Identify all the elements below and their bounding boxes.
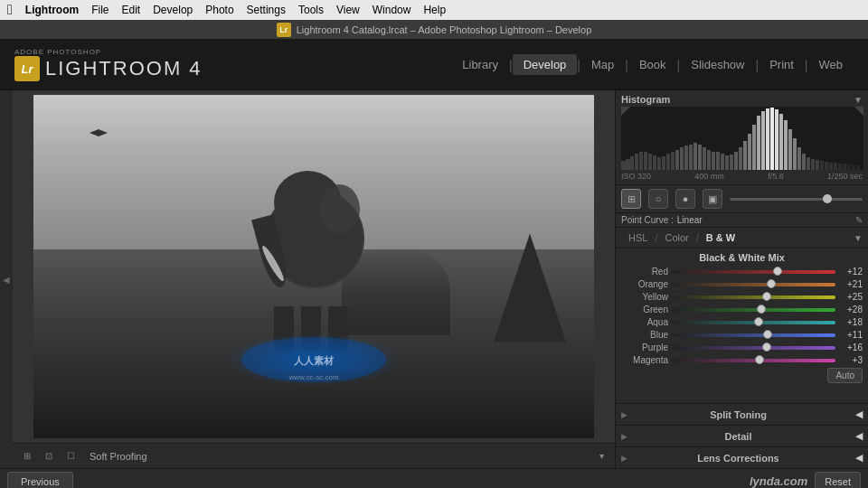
svg-rect-32	[752, 125, 756, 170]
lens-right: ◀	[844, 452, 863, 464]
right-panel: Histogram ▼	[615, 90, 868, 468]
svg-rect-16	[680, 147, 684, 170]
menu-file[interactable]: File	[91, 4, 108, 16]
svg-marker-56	[621, 107, 630, 116]
slider-orange[interactable]	[672, 283, 835, 286]
svg-rect-11	[657, 157, 661, 170]
tab-hsl[interactable]: HSL	[621, 230, 655, 245]
menu-help[interactable]: Help	[423, 4, 446, 16]
svg-rect-7	[639, 152, 643, 170]
slider-yellow[interactable]	[672, 296, 835, 299]
histogram-arrow[interactable]: ▼	[854, 95, 863, 105]
svg-rect-19	[693, 143, 697, 170]
pencil-icon[interactable]: ✎	[855, 215, 863, 225]
svg-rect-29	[739, 147, 742, 170]
tool-crop-btn[interactable]: ⊞	[621, 189, 641, 209]
point-curve-value[interactable]: Linear	[677, 215, 703, 225]
svg-rect-30	[743, 141, 747, 170]
menu-tools[interactable]: Tools	[298, 4, 324, 16]
histogram-canvas	[621, 107, 863, 170]
slider-aqua[interactable]	[672, 321, 835, 324]
auto-button[interactable]: Auto	[827, 368, 863, 383]
apple-menu[interactable]: 	[7, 2, 13, 18]
svg-rect-33	[757, 116, 760, 170]
slider-green[interactable]	[672, 308, 835, 312]
svg-rect-31	[748, 134, 751, 170]
svg-rect-25	[721, 154, 724, 170]
tool-slider[interactable]	[730, 198, 863, 201]
slider-row-green: Green +28	[621, 305, 863, 314]
svg-rect-23	[712, 152, 715, 170]
slider-blue[interactable]	[672, 333, 835, 337]
slider-row-yellow: Yellow +25	[621, 292, 863, 302]
svg-rect-3	[621, 161, 626, 170]
meta-aperture: f/5.6	[768, 172, 784, 181]
svg-rect-14	[671, 152, 675, 170]
slider-red[interactable]	[672, 270, 835, 274]
slider-row-red: Red +12	[621, 267, 863, 277]
split-toning-panel[interactable]: ▶ Split Toning ◀	[616, 403, 868, 425]
detail-right: ◀	[844, 430, 863, 442]
nav-print[interactable]: Print	[759, 54, 805, 75]
svg-rect-27	[730, 155, 733, 170]
nav-develop[interactable]: Develop	[513, 54, 578, 75]
svg-rect-54	[852, 164, 855, 170]
svg-rect-50	[834, 163, 837, 170]
previous-button[interactable]: Previous	[7, 472, 73, 489]
slider-row-aqua: Aqua +18	[621, 317, 863, 327]
detail-arrow: ▶	[621, 432, 628, 441]
soft-proof-checkbox[interactable]: ☐	[63, 449, 79, 463]
tool-brush-btn[interactable]: ▣	[703, 189, 722, 209]
slider-purple[interactable]	[672, 346, 835, 350]
tool-grid-icon[interactable]: ⊞	[20, 449, 34, 463]
menu-develop[interactable]: Develop	[153, 4, 193, 16]
svg-text:www.cc-sc.com: www.cc-sc.com	[288, 373, 338, 381]
detail-panel[interactable]: ▶ Detail ◀	[616, 425, 868, 446]
svg-rect-44	[807, 157, 810, 170]
svg-rect-47	[820, 161, 824, 170]
slider-row-purple: Purple +16	[621, 343, 863, 352]
bw-tab-arrow[interactable]: ▼	[854, 233, 863, 243]
svg-rect-41	[793, 138, 797, 170]
tab-color[interactable]: Color	[657, 230, 695, 245]
menu-lightroom[interactable]: Lightroom	[25, 4, 79, 16]
svg-rect-51	[838, 164, 842, 170]
nav-book[interactable]: Book	[628, 54, 677, 75]
lens-corrections-panel[interactable]: ▶ Lens Corrections ◀	[616, 446, 868, 468]
menu-window[interactable]: Window	[373, 4, 411, 16]
svg-rect-21	[703, 147, 706, 170]
filmstrip-toggle[interactable]: ▾	[596, 449, 608, 463]
svg-rect-13	[666, 154, 670, 170]
menu-view[interactable]: View	[336, 4, 360, 16]
nav-library[interactable]: Library	[451, 54, 509, 75]
slider-row-orange: Orange +21	[621, 279, 863, 289]
menu-edit[interactable]: Edit	[122, 4, 141, 16]
histogram-title: Histogram	[621, 94, 670, 105]
left-panel: ◀	[0, 90, 13, 468]
left-panel-toggle[interactable]: ◀	[3, 275, 10, 285]
svg-rect-12	[662, 156, 665, 170]
tab-bw[interactable]: B & W	[699, 230, 742, 245]
nav-web[interactable]: Web	[808, 54, 854, 75]
svg-rect-42	[797, 147, 801, 170]
header: ADOBE PHOTOSHOP Lr LIGHTROOM 4 Library |…	[0, 40, 868, 90]
nav-map[interactable]: Map	[580, 54, 625, 75]
lr-logo: ADOBE PHOTOSHOP Lr LIGHTROOM 4	[14, 48, 203, 81]
lens-arrow: ▶	[621, 454, 628, 463]
menu-settings[interactable]: Settings	[247, 4, 286, 16]
menu-photo[interactable]: Photo	[205, 4, 233, 16]
slider-magenta[interactable]	[672, 359, 835, 362]
photo-area: 人人素材 www.cc-sc.com ⊞ ⊡ ☐ Soft Proofing ▾	[13, 90, 615, 468]
meta-iso: ISO 320	[621, 172, 651, 181]
reset-button[interactable]: Reset	[815, 472, 861, 489]
window-title: Lightroom 4 Catalog.lrcat – Adobe Photos…	[297, 24, 592, 35]
tool-spot-btn[interactable]: ○	[648, 189, 668, 209]
tool-fit-icon[interactable]: ⊡	[42, 449, 56, 463]
nav-slideshow[interactable]: Slideshow	[680, 54, 755, 75]
svg-rect-34	[761, 111, 765, 170]
svg-rect-20	[698, 145, 702, 170]
photo-container: 人人素材 www.cc-sc.com	[13, 90, 615, 443]
tool-redeye-btn[interactable]: ●	[675, 189, 695, 209]
svg-rect-9	[648, 154, 652, 170]
svg-rect-24	[716, 152, 720, 170]
